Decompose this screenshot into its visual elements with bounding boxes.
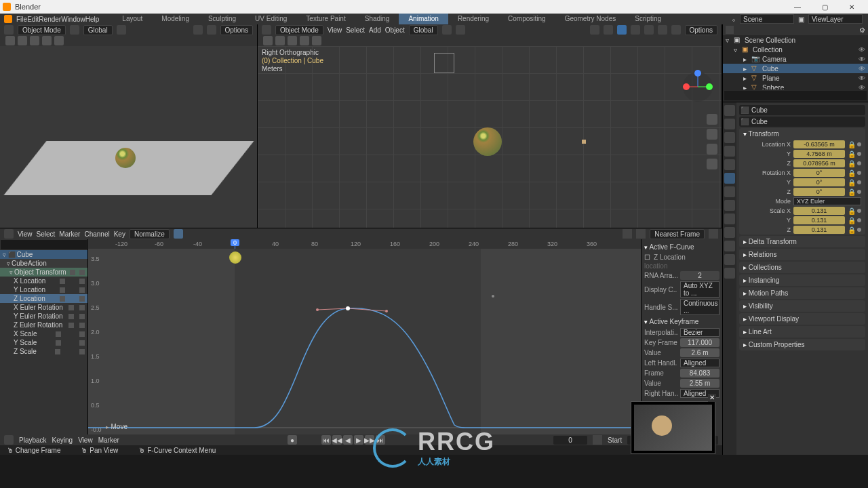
tab-shading[interactable]: Shading	[355, 14, 399, 24]
channel-yrot[interactable]: Y Euler Rotation	[0, 312, 87, 321]
shading-icon[interactable]	[193, 25, 203, 35]
menu-window[interactable]: Window	[61, 16, 85, 23]
tab-texpaint[interactable]: Texture Paint	[296, 14, 355, 24]
tab-texture[interactable]	[724, 268, 735, 279]
filter-icon[interactable]: ⚙	[859, 26, 865, 34]
menu-add[interactable]: Add	[369, 26, 381, 34]
jump-start-button[interactable]: ⏮	[321, 435, 331, 445]
tool-select[interactable]	[263, 36, 273, 45]
graph-canvas[interactable]: -120 -60 -40 0 40 80 120 160 200 240 280…	[88, 239, 641, 434]
minimize-button[interactable]: —	[784, 0, 811, 14]
channel-yloc[interactable]: Y Location	[0, 285, 87, 294]
proportional-icon[interactable]	[709, 229, 718, 239]
tab-viewlayer[interactable]	[724, 132, 735, 143]
panel-collections[interactable]: ▸ Collections	[739, 262, 865, 273]
ge-menu-key[interactable]: Key	[114, 230, 125, 238]
panel-viewport[interactable]: ▸ Viewport Display	[739, 313, 865, 325]
loc-y-field[interactable]: 4.7568 m	[793, 150, 845, 158]
outliner-search[interactable]	[724, 91, 867, 100]
keyframe-value-field[interactable]: 2.6 m	[680, 348, 719, 357]
keyframe-frame-field[interactable]: 117.000	[680, 338, 719, 347]
ge-menu-select[interactable]: Select	[37, 230, 56, 238]
section-fcurve[interactable]: ▾ Active F-Curve	[644, 242, 719, 252]
left-handle-frame[interactable]: 84.083	[680, 369, 719, 378]
tab-data[interactable]	[724, 241, 735, 251]
panel-relations[interactable]: ▸ Relations	[739, 249, 865, 260]
rot-x-field[interactable]: 0°	[793, 169, 845, 177]
interpolation-dropdown[interactable]: Bezier	[680, 328, 719, 337]
tab-constraints[interactable]	[724, 227, 735, 238]
tl-menu-keying[interactable]: Keying	[52, 436, 73, 444]
display-color-dropdown[interactable]: Auto XYZ to ...	[680, 281, 719, 298]
frame-ruler[interactable]: -120 -60 -40 0 40 80 120 160 200 240 280…	[88, 239, 641, 249]
close-button[interactable]: ✕	[838, 0, 865, 14]
tool-cursor[interactable]	[275, 36, 285, 45]
tab-scene[interactable]	[724, 146, 735, 157]
filter-icon[interactable]	[636, 229, 646, 239]
outliner-cube[interactable]: ▸▽Cube👁	[723, 64, 868, 73]
play-button[interactable]: ▶	[354, 435, 363, 445]
tool-rotate[interactable]	[42, 36, 52, 45]
transform-header[interactable]: ▾ Transform	[739, 128, 865, 140]
outliner-scene-collection[interactable]: ▿▣Scene Collection	[723, 35, 868, 45]
rot-z-field[interactable]: 0°	[793, 188, 845, 196]
shading-wire-icon[interactable]	[631, 25, 640, 35]
tool-select[interactable]	[5, 36, 15, 45]
tab-modifiers[interactable]	[724, 186, 735, 197]
prop-crumb-2[interactable]: ⬛Cube	[739, 117, 865, 127]
channel-xloc[interactable]: X Location	[0, 277, 87, 285]
tab-sculpting[interactable]: Sculpting	[199, 14, 245, 24]
channel-zloc[interactable]: Z Location	[0, 294, 87, 303]
loc-x-field[interactable]: -0.63565 m	[793, 140, 845, 148]
tab-particles[interactable]	[724, 200, 735, 211]
tab-output[interactable]	[724, 119, 735, 129]
tab-uv[interactable]: UV Editing	[245, 14, 296, 24]
tool-scale[interactable]	[312, 36, 321, 45]
loc-z-field[interactable]: 0.078956 m	[793, 159, 845, 167]
tab-material[interactable]	[724, 254, 735, 265]
outliner-plane[interactable]: ▸▽Plane👁	[723, 73, 868, 83]
lock-range-icon[interactable]	[593, 435, 602, 445]
tree-action[interactable]: ▿ CubeAction	[0, 259, 87, 268]
tree-object[interactable]: ▿ ⬛ Cube	[0, 250, 87, 259]
tab-rendering[interactable]: Rendering	[448, 14, 498, 24]
channel-yscale[interactable]: Y Scale	[0, 338, 87, 347]
scale-x-field[interactable]: 0.131	[793, 207, 845, 215]
overlay-toggle-icon[interactable]	[604, 25, 613, 35]
editor-type-icon[interactable]	[4, 229, 14, 239]
normalize-toggle[interactable]: Normalize	[130, 229, 170, 239]
editor-type-icon[interactable]	[4, 435, 14, 445]
editor-type-icon[interactable]	[4, 25, 14, 35]
gizmo-toggle-icon[interactable]	[590, 25, 599, 35]
overlay-icon[interactable]	[207, 25, 216, 35]
shading-solid-icon[interactable]	[644, 25, 654, 35]
play-rev-button[interactable]: ◀	[343, 435, 353, 445]
tab-world[interactable]	[724, 159, 735, 170]
proportional-icon[interactable]	[456, 25, 465, 35]
tl-menu-view[interactable]: View	[78, 436, 93, 444]
viewlayer-field[interactable]: ViewLayer	[808, 14, 863, 24]
menu-render[interactable]: Render	[39, 16, 61, 23]
ge-menu-channel[interactable]: Channel	[84, 230, 109, 238]
normalize-icon[interactable]	[174, 229, 183, 239]
rot-mode-dropdown[interactable]: XYZ Euler	[793, 197, 861, 205]
camera-icon[interactable]	[707, 144, 717, 155]
xray-icon[interactable]	[617, 25, 627, 35]
next-key-button[interactable]: ▶▶	[365, 435, 374, 445]
mode-dropdown-left[interactable]: Object Mode	[18, 25, 66, 35]
panel-visibility[interactable]: ▸ Visibility	[739, 300, 865, 312]
tab-geonodes[interactable]: Geometry Nodes	[555, 14, 626, 24]
editor-type-icon[interactable]	[262, 25, 271, 35]
tl-menu-marker[interactable]: Marker	[98, 436, 119, 444]
vp-left-canvas[interactable]	[0, 46, 257, 228]
tab-modeling[interactable]: Modeling	[152, 14, 199, 24]
section-keyframe[interactable]: ▾ Active Keyframe	[644, 317, 719, 327]
tab-object[interactable]	[724, 173, 735, 184]
shading-rendered-icon[interactable]	[671, 25, 681, 35]
tree-group[interactable]: ▿ Object Transform	[0, 268, 87, 277]
tab-animation[interactable]: Animation	[399, 14, 448, 24]
nav-gizmo[interactable]	[681, 70, 715, 104]
channel-xrot[interactable]: X Euler Rotation	[0, 303, 87, 312]
maximize-button[interactable]: ▢	[811, 0, 838, 14]
tl-menu-playback[interactable]: Playback	[19, 436, 47, 444]
